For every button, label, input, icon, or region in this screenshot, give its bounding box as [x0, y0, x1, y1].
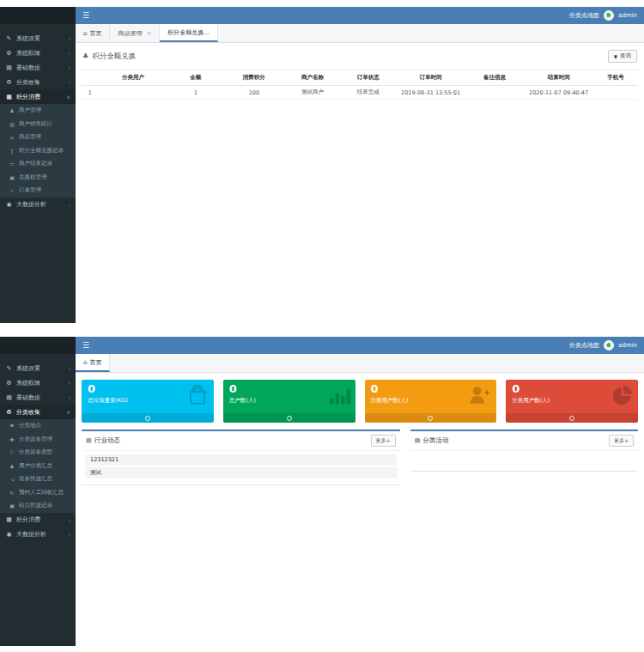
tab-label: 积分全额兑换... [167, 28, 210, 37]
card-more-link[interactable] [223, 413, 355, 423]
user-plus-icon [469, 384, 491, 410]
card-more-link[interactable] [365, 413, 497, 423]
sidebar-subitem-merchant-manage[interactable]: ♟ 商户管理 [0, 104, 76, 118]
card-more-link[interactable] [506, 413, 638, 423]
topbar: ☰ 分类点地图 admin [76, 337, 644, 354]
sidebar-item-base-data[interactable]: ▤ 基础数据 ‹ [0, 390, 76, 405]
panel-header: ▤ 行业动态 更多+ [82, 431, 400, 451]
sidebar-item-system-settings[interactable]: ✎ 系统设置 ‹ [0, 361, 76, 375]
user-icon: ♟ [9, 463, 15, 469]
subitem-label: 站点投放记录 [19, 502, 52, 509]
user-icon: ♟ [9, 107, 15, 113]
sidebar-subitem-exchange-machine-manage[interactable]: ▣ 兑换机管理 [0, 171, 76, 185]
chevron-left-icon: ‹ [69, 35, 70, 41]
pencil-icon: ✎ [5, 35, 13, 42]
stat-card-classify-users[interactable]: 0 分类用户数(人) [506, 380, 638, 423]
sidebar: ✎ 系统设置 ‹ ⚙ 系统权限 ‹ ▤ 基础数据 ‹ ♻ 分类收集 ‹ ▦ 积分 [0, 7, 76, 323]
panel-header: ▤ 分类活动 更多+ [410, 431, 638, 451]
subitem-label: 设备投放汇总 [19, 475, 52, 483]
card-more-link[interactable] [82, 413, 214, 423]
sidebar-item-system-permissions[interactable]: ⚙ 系统权限 ‹ [0, 375, 76, 390]
chevron-left-icon: ‹ [69, 50, 70, 56]
brand-link[interactable]: 分类点地图 [569, 341, 599, 350]
sidebar-subitem-merchant-settle-records[interactable]: ▭ 商户结算记录 [0, 157, 76, 171]
sidebar-item-points-consume[interactable]: ▦ 积分消费 ∨ [0, 89, 76, 104]
sidebar-item-label: 系统设置 [16, 364, 40, 373]
more-button[interactable]: 更多+ [371, 435, 396, 447]
avatar[interactable] [604, 10, 614, 21]
list-item[interactable]: 测试 [85, 467, 397, 478]
sidebar-subitem-device-type[interactable]: ⚐ 分类设备类型 [0, 446, 76, 460]
sidebar-item-big-data[interactable]: ◉ 大数据分析 ‹ [0, 198, 76, 212]
avatar[interactable] [604, 340, 614, 350]
sidebar-item-label: 系统设置 [16, 34, 40, 43]
sidebar-subitem-goods-manage[interactable]: ⌂ 商品管理 [0, 131, 76, 144]
bigdata-icon: ◉ [5, 201, 13, 208]
machine-icon: ▣ [9, 174, 15, 180]
more-info-icon [287, 416, 292, 421]
tab-home[interactable]: ⌂ 首页 [76, 24, 110, 42]
dashboard-panels: ▤ 行业动态 更多+ 12312321 测试 ▤ 分类活动 更多+ [76, 427, 644, 488]
query-button[interactable]: ▼ 查询 [608, 50, 637, 63]
subitem-label: 分类设备管理 [19, 436, 52, 443]
cell-index: 1 [82, 86, 98, 100]
close-icon[interactable]: × [146, 30, 151, 37]
brand-link[interactable]: 分类点地图 [569, 11, 599, 20]
sidebar-item-classify-collect[interactable]: ♻ 分类收集 ‹ [0, 75, 76, 89]
tab-goods-manage[interactable]: 商品管理 × [110, 24, 160, 42]
sidebar-subitem-site-drop-records[interactable]: ▣ 站点投放记录 [0, 499, 76, 513]
page-head: ♣ 积分全额兑换 ▼ 查询 [76, 43, 644, 68]
subitem-label: 用户分类汇总 [19, 462, 52, 470]
col-merchant: 商户名称 [285, 70, 341, 86]
subitem-label: 预约人工回收汇总 [19, 489, 64, 497]
list-icon: ▤ [86, 437, 92, 444]
stat-card-registered-users[interactable]: 0 注册用户数(人) [365, 380, 497, 423]
tab-label: 首页 [89, 29, 101, 38]
user-menu[interactable]: admin [618, 12, 637, 19]
menu-toggle-icon[interactable]: ☰ [82, 12, 89, 20]
col-index [82, 70, 98, 86]
chevron-left-icon: ‹ [69, 380, 70, 386]
panel-classify-activity: ▤ 分类活动 更多+ [410, 430, 638, 472]
sidebar-logo-area [0, 7, 76, 24]
subitem-label: 分类地点 [19, 422, 41, 430]
sidebar-subitem-merchant-sales-stats[interactable]: ▥ 商户销售统计 [0, 118, 76, 131]
cell-amount: 1 [167, 86, 223, 100]
topbar: ☰ 分类点地图 admin [76, 7, 644, 24]
gear-icon: ⚙ [5, 50, 13, 57]
sidebar-item-classify-collect[interactable]: ♻ 分类收集 ∨ [0, 405, 76, 419]
cell-order-status: 结算完成 [340, 86, 396, 100]
more-info-icon [145, 416, 150, 421]
sidebar-item-system-settings[interactable]: ✎ 系统设置 ‹ [0, 31, 76, 46]
subitem-label: 商户管理 [19, 107, 41, 114]
table-header-row: 分类用户 金额 消费积分 商户名称 订单状态 订单时间 备注信息 结算时间 手机… [82, 70, 638, 86]
order-icon: ✓ [9, 187, 15, 193]
chevron-down-icon: ∨ [67, 94, 70, 100]
list-item[interactable]: 12312321 [85, 454, 397, 466]
sidebar-subitem-points-exchange-records[interactable]: ƒ 积分全额兑换记录 [0, 144, 76, 158]
stat-card-total-households[interactable]: 0 总户数(人) [223, 380, 355, 423]
menu-toggle-icon[interactable]: ☰ [82, 342, 89, 350]
sidebar-subitem-user-classify-summary[interactable]: ♟ 用户分类汇总 [0, 460, 76, 473]
tab-home[interactable]: ⌂ 首页 [76, 354, 110, 372]
stat-card-total-weight[interactable]: 0 总垃圾重量(KG) [82, 380, 214, 423]
cell-user [98, 86, 167, 100]
sidebar-subitem-device-manage[interactable]: ✚ 分类设备管理 [0, 433, 76, 447]
sidebar-subitem-device-drop-summary[interactable]: ◅ 设备投放汇总 [0, 472, 76, 486]
cell-remark [465, 86, 524, 100]
sidebar-item-system-permissions[interactable]: ⚙ 系统权限 ‹ [0, 46, 76, 60]
sidebar-subitem-classify-location[interactable]: ⚑ 分类地点 [0, 419, 76, 433]
col-order-status: 订单状态 [340, 70, 396, 86]
more-info-icon [569, 416, 574, 421]
sidebar-item-points-consume[interactable]: ▦ 积分消费 ‹ [0, 513, 76, 527]
sidebar-subitem-order-manage[interactable]: ✓ 订单管理 [0, 184, 76, 198]
more-button[interactable]: 更多+ [609, 435, 634, 447]
sidebar-item-base-data[interactable]: ▤ 基础数据 ‹ [0, 60, 76, 75]
home-icon: ⌂ [83, 359, 87, 366]
sidebar-subitem-manual-recycle-summary[interactable]: ↻ 预约人工回收汇总 [0, 486, 76, 500]
col-user: 分类用户 [98, 70, 167, 86]
user-menu[interactable]: admin [618, 342, 637, 349]
sidebar-item-big-data[interactable]: ◉ 大数据分析 ‹ [0, 527, 76, 542]
query-button-label: 查询 [620, 52, 631, 60]
tab-points-exchange[interactable]: 积分全额兑换... [160, 24, 218, 42]
